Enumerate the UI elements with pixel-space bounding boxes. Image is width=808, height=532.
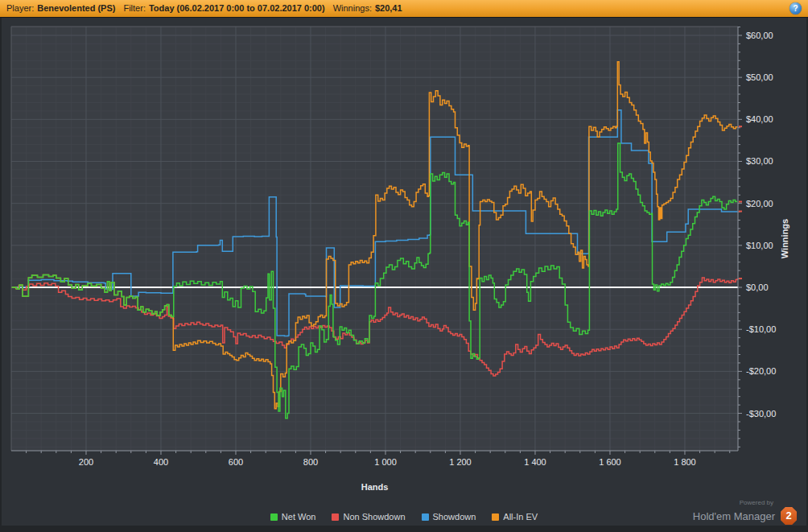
- player-value: Benevolented (PS): [37, 3, 115, 13]
- y-tick-label: $50,00: [746, 72, 773, 82]
- hm2-logo-badge-icon: 2: [781, 507, 797, 525]
- x-tick-label: 400: [154, 457, 168, 467]
- legend-item-all-in-ev: All-In EV: [492, 512, 538, 522]
- powered-by-block: Powered by Hold'em Manager 2: [693, 499, 797, 525]
- winnings-value: $20,41: [375, 3, 402, 13]
- x-tick-label: 1 400: [524, 457, 546, 467]
- legend-item-showdown: Showdown: [422, 512, 476, 522]
- title-bar: Player:Benevolented (PS)Filter:Today (06…: [0, 0, 808, 18]
- legend-label: Showdown: [433, 512, 476, 522]
- x-tick-label: 1 200: [449, 457, 472, 467]
- series-end-marker: [739, 201, 742, 203]
- legend-swatch-icon: [332, 513, 339, 521]
- graph-panel: 2004006008001 0001 2001 4001 6001 800$60…: [2, 18, 806, 526]
- plot-area: [11, 27, 738, 451]
- player-label: Player:: [6, 3, 34, 13]
- y-axis-title: Winnings: [780, 219, 789, 258]
- legend-swatch-icon: [422, 513, 429, 521]
- legend-label: Non Showdown: [343, 512, 405, 522]
- y-tick-label: -$30,00: [746, 409, 776, 419]
- filter-value: Today (06.02.2017 0:00 to 07.02.2017 0:0…: [149, 3, 325, 13]
- x-tick-label: 200: [79, 457, 93, 467]
- powered-by-text: Powered by: [693, 499, 773, 506]
- y-tick-label: $20,00: [746, 199, 773, 208]
- hm2-graph-window: { "header": { "player_label": "Player:",…: [0, 0, 808, 532]
- y-tick-label: $10,00: [746, 241, 773, 250]
- legend-swatch-icon: [270, 513, 278, 521]
- winnings-label: Winnings:: [333, 3, 372, 13]
- y-tick-label: $40,00: [746, 114, 773, 124]
- legend-label: All-In EV: [503, 512, 538, 522]
- x-tick-label: 1 800: [674, 457, 696, 467]
- brand-name: Hold'em Manager: [693, 510, 775, 522]
- y-tick-label: -$10,00: [746, 324, 776, 334]
- series-end-marker: [739, 126, 742, 127]
- y-tick-label: $60,00: [746, 31, 773, 40]
- filter-label: Filter:: [123, 3, 146, 13]
- x-tick-label: 1 000: [374, 457, 397, 467]
- legend-item-net-won: Net Won: [270, 512, 316, 522]
- series-end-marker: [739, 278, 742, 279]
- x-tick-label: 800: [303, 457, 318, 467]
- x-tick-label: 600: [229, 457, 243, 467]
- legend-swatch-icon: [492, 513, 499, 521]
- y-tick-label: $0,00: [746, 282, 769, 292]
- x-tick-label: 1 600: [599, 457, 621, 467]
- help-icon[interactable]: ?: [789, 2, 802, 14]
- y-tick-label: $30,00: [746, 156, 773, 166]
- legend-label: Net Won: [282, 512, 316, 522]
- series-end-marker: [739, 211, 742, 212]
- legend-item-non-showdown: Non Showdown: [332, 512, 405, 522]
- winnings-graph: 2004006008001 0001 2001 4001 6001 800$60…: [2, 18, 806, 526]
- y-tick-label: -$20,00: [746, 366, 776, 376]
- x-axis-title: Hands: [361, 482, 389, 492]
- chart-legend: Net WonNon ShowdownShowdownAll-In EV: [2, 512, 806, 522]
